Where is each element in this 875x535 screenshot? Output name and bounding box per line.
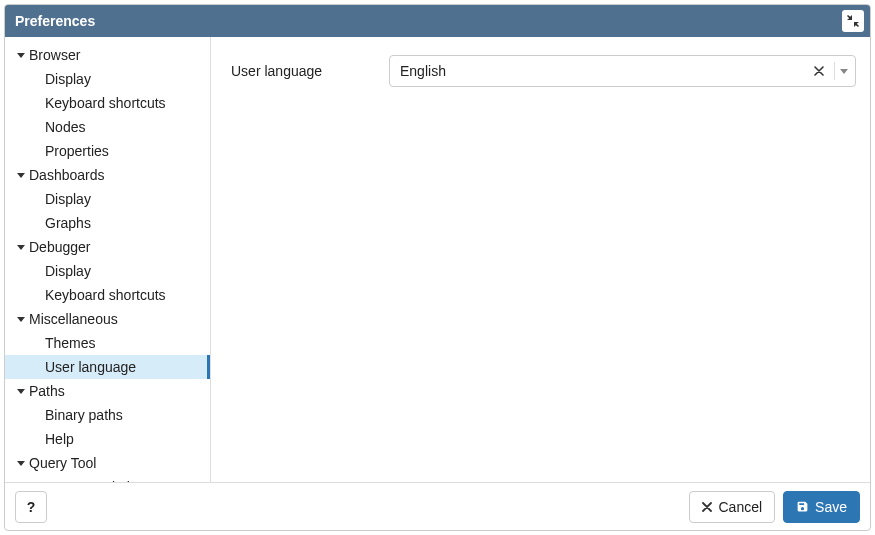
tree-group-header[interactable]: Dashboards — [5, 163, 210, 187]
close-icon — [702, 502, 712, 512]
maximize-icon — [847, 15, 859, 27]
maximize-button[interactable] — [842, 10, 864, 32]
sidebar: BrowserDisplayKeyboard shortcutsNodesPro… — [5, 37, 211, 482]
tree-group: PathsBinary pathsHelp — [5, 379, 210, 451]
chevron-down-icon — [15, 170, 27, 180]
tree-item[interactable]: User language — [5, 355, 210, 379]
tree-group-label: Browser — [29, 45, 80, 65]
save-button[interactable]: Save — [783, 491, 860, 523]
user-language-row: User language English — [231, 55, 856, 87]
tree-group: DebuggerDisplayKeyboard shortcuts — [5, 235, 210, 307]
tree-item[interactable]: Themes — [5, 331, 210, 355]
tree-group-header[interactable]: Paths — [5, 379, 210, 403]
chevron-down-icon — [15, 50, 27, 60]
cancel-label: Cancel — [718, 499, 762, 515]
tree-group: BrowserDisplayKeyboard shortcutsNodesPro… — [5, 43, 210, 163]
tree-item[interactable]: Auto completion — [5, 475, 210, 482]
tree-item[interactable]: Graphs — [5, 211, 210, 235]
tree-group-label: Query Tool — [29, 453, 96, 473]
tree-item[interactable]: Keyboard shortcuts — [5, 283, 210, 307]
sidebar-scroll[interactable]: BrowserDisplayKeyboard shortcutsNodesPro… — [5, 37, 210, 482]
preferences-dialog: Preferences BrowserDisplayKeyboard short… — [4, 4, 871, 531]
chevron-down-icon — [15, 386, 27, 396]
dialog-title: Preferences — [15, 13, 842, 29]
tree-item[interactable]: Nodes — [5, 115, 210, 139]
help-button[interactable]: ? — [15, 491, 47, 523]
tree-item[interactable]: Properties — [5, 139, 210, 163]
main-panel: User language English — [211, 37, 870, 482]
select-divider — [834, 62, 835, 80]
tree-group-label: Debugger — [29, 237, 91, 257]
tree-item[interactable]: Help — [5, 427, 210, 451]
tree-item[interactable]: Keyboard shortcuts — [5, 91, 210, 115]
chevron-down-icon — [15, 242, 27, 252]
tree-group: Query ToolAuto completionCSV/TXT OutputD… — [5, 451, 210, 482]
tree-group-header[interactable]: Miscellaneous — [5, 307, 210, 331]
chevron-down-icon — [15, 458, 27, 468]
tree-group-header[interactable]: Debugger — [5, 235, 210, 259]
chevron-down-icon — [15, 314, 27, 324]
user-language-select[interactable]: English — [389, 55, 856, 87]
dialog-body: BrowserDisplayKeyboard shortcutsNodesPro… — [5, 37, 870, 482]
tree-group-label: Dashboards — [29, 165, 105, 185]
tree-item[interactable]: Display — [5, 67, 210, 91]
tree-group-header[interactable]: Browser — [5, 43, 210, 67]
dialog-footer: ? Cancel Save — [5, 482, 870, 530]
user-language-label: User language — [231, 63, 389, 79]
save-icon — [796, 500, 809, 513]
tree-item[interactable]: Display — [5, 259, 210, 283]
user-language-value: English — [400, 63, 814, 79]
chevron-down-icon[interactable] — [839, 66, 849, 76]
tree-item[interactable]: Display — [5, 187, 210, 211]
tree-group-header[interactable]: Query Tool — [5, 451, 210, 475]
dialog-titlebar: Preferences — [5, 5, 870, 37]
tree-group-label: Paths — [29, 381, 65, 401]
tree-item[interactable]: Binary paths — [5, 403, 210, 427]
tree-group: DashboardsDisplayGraphs — [5, 163, 210, 235]
clear-icon[interactable] — [814, 66, 832, 76]
save-label: Save — [815, 499, 847, 515]
help-icon: ? — [27, 499, 36, 515]
cancel-button[interactable]: Cancel — [689, 491, 775, 523]
tree-group: MiscellaneousThemesUser language — [5, 307, 210, 379]
tree-group-label: Miscellaneous — [29, 309, 118, 329]
